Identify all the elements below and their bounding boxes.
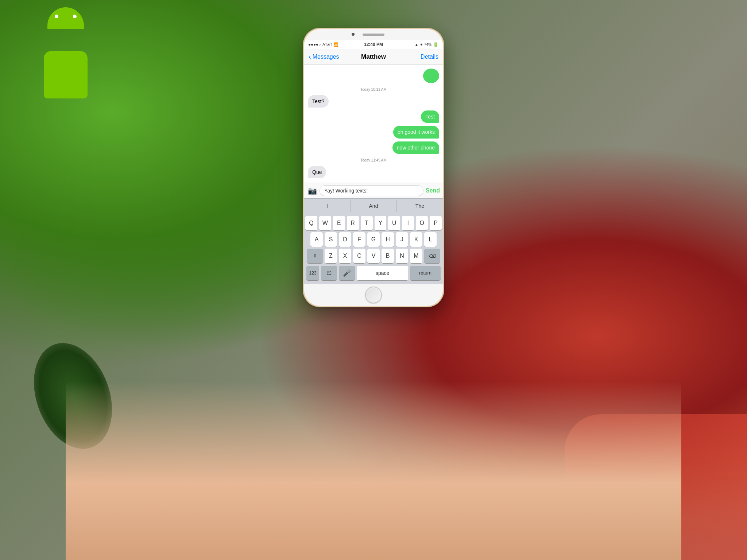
signal-icon: ▲: [415, 43, 418, 47]
bubble-1-sent: Test: [421, 110, 439, 123]
bubble-2-sent-1-text: oh good it works: [398, 129, 435, 135]
signal-dot-5: [319, 44, 321, 46]
bubble-1-received: Test?: [308, 95, 329, 108]
status-bar: AT&T 📶 12:40 PM ▲ ✦ 74% 🔋: [304, 40, 443, 49]
bubble-2-sent-1: oh good it works: [393, 126, 439, 138]
wifi-icon: 📶: [333, 42, 338, 47]
key-e[interactable]: E: [333, 216, 345, 230]
android-head: [47, 7, 84, 29]
front-camera: [352, 33, 355, 36]
key-k[interactable]: K: [410, 232, 422, 247]
key-r[interactable]: R: [347, 216, 359, 230]
message-row-2-sent-2: now other phone: [308, 141, 439, 154]
bubble-1-received-text: Test?: [312, 98, 324, 104]
details-button[interactable]: Details: [421, 54, 438, 60]
keyboard-bottom-row: 123 ☺ 🎤 space return: [305, 265, 442, 283]
return-key[interactable]: return: [410, 266, 441, 280]
time-display: 12:40 PM: [364, 42, 383, 47]
keyboard-row-3: ⇧ Z X C V B N M ⌫: [305, 249, 442, 263]
android-body: [44, 51, 88, 98]
key-n[interactable]: N: [396, 249, 408, 263]
key-h[interactable]: H: [382, 232, 394, 247]
messages-area: Today 10:11 AM Test? Test oh good it wor…: [304, 65, 443, 183]
phone-bottom: [304, 284, 443, 306]
autocomplete-item-2[interactable]: And: [351, 200, 397, 212]
shift-key[interactable]: ⇧: [307, 249, 323, 263]
key-o[interactable]: O: [416, 216, 428, 230]
android-left-eye: [55, 15, 58, 18]
bubble-2-sent-2-text: now other phone: [397, 145, 435, 151]
key-u[interactable]: U: [388, 216, 400, 230]
nav-bar: ‹ Messages Matthew Details: [304, 49, 443, 65]
key-v[interactable]: V: [367, 249, 380, 263]
emoji-key[interactable]: ☺: [321, 266, 337, 280]
autocomplete-item-1[interactable]: I: [304, 200, 351, 212]
key-d[interactable]: D: [339, 232, 351, 247]
key-z[interactable]: Z: [325, 249, 337, 263]
android-right-eye: [73, 15, 77, 18]
bubble-1-sent-text: Test: [425, 114, 435, 120]
message-row-prev: [308, 69, 439, 83]
key-x[interactable]: X: [339, 249, 351, 263]
back-label[interactable]: Messages: [313, 54, 339, 60]
key-g[interactable]: G: [367, 232, 380, 247]
autocomplete-bar: I And The: [304, 198, 443, 214]
message-input[interactable]: Yay! Working texts!: [320, 185, 423, 196]
android-toy: [29, 7, 102, 88]
phone-top: [304, 29, 443, 40]
bluetooth-icon: ✦: [420, 43, 423, 47]
key-w[interactable]: W: [319, 216, 331, 230]
hand-background: [66, 305, 681, 560]
iphone: AT&T 📶 12:40 PM ▲ ✦ 74% 🔋 ‹ Messages Mat…: [304, 29, 443, 306]
delete-key[interactable]: ⌫: [424, 249, 440, 263]
message-row-1-received: Test?: [308, 95, 439, 108]
key-l[interactable]: L: [424, 232, 437, 247]
message-row-1-sent: Test: [308, 110, 439, 123]
mic-key[interactable]: 🎤: [339, 266, 355, 280]
input-area: 📷 Yay! Working texts! Send: [304, 183, 443, 198]
timestamp-1: Today 10:11 AM: [308, 88, 439, 92]
send-button[interactable]: Send: [426, 187, 440, 194]
battery-icon: 🔋: [433, 42, 438, 47]
bubble-3-received-text: Que: [312, 169, 322, 175]
autocomplete-item-3[interactable]: The: [397, 200, 443, 212]
key-j[interactable]: J: [396, 232, 408, 247]
key-t[interactable]: T: [361, 216, 373, 230]
key-a[interactable]: A: [310, 232, 323, 247]
space-key[interactable]: space: [357, 266, 408, 280]
carrier-label: AT&T: [322, 42, 332, 47]
back-button[interactable]: ‹ Messages: [309, 52, 339, 61]
bubble-3-received: Que: [308, 166, 326, 178]
iphone-wrapper: AT&T 📶 12:40 PM ▲ ✦ 74% 🔋 ‹ Messages Mat…: [304, 29, 443, 306]
signal-dot-4: [316, 44, 318, 46]
camera-icon[interactable]: 📷: [307, 186, 317, 196]
keyboard-row-2: A S D F G H J K L: [305, 232, 442, 247]
keyboard-row-1: Q W E R T Y U I O P: [305, 216, 442, 230]
bubble-2-sent-2: now other phone: [392, 141, 439, 154]
speaker: [363, 34, 384, 36]
message-row-3-received: Que: [308, 166, 439, 178]
conversation-title: Matthew: [361, 53, 386, 61]
battery-percent: 74%: [424, 43, 431, 47]
back-chevron-icon: ‹: [309, 52, 311, 61]
key-p[interactable]: P: [430, 216, 442, 230]
message-input-text: Yay! Working texts!: [324, 188, 368, 194]
key-m[interactable]: M: [410, 249, 422, 263]
bubble-prev: [423, 69, 439, 83]
key-s[interactable]: S: [325, 232, 337, 247]
key-y[interactable]: Y: [375, 216, 387, 230]
number-key[interactable]: 123: [306, 266, 319, 280]
signal-dots: [309, 44, 321, 46]
status-left: AT&T 📶: [309, 42, 338, 47]
key-c[interactable]: C: [353, 249, 365, 263]
key-q[interactable]: Q: [305, 216, 317, 230]
key-i[interactable]: I: [402, 216, 414, 230]
timestamp-2: Today 11:49 AM: [308, 158, 439, 162]
key-b[interactable]: B: [382, 249, 394, 263]
key-f[interactable]: F: [353, 232, 365, 247]
status-right: ▲ ✦ 74% 🔋: [415, 42, 438, 47]
signal-dot-1: [309, 44, 310, 46]
home-button[interactable]: [365, 287, 382, 303]
message-row-2-sent-1: oh good it works: [308, 126, 439, 138]
signal-dot-2: [311, 44, 313, 46]
